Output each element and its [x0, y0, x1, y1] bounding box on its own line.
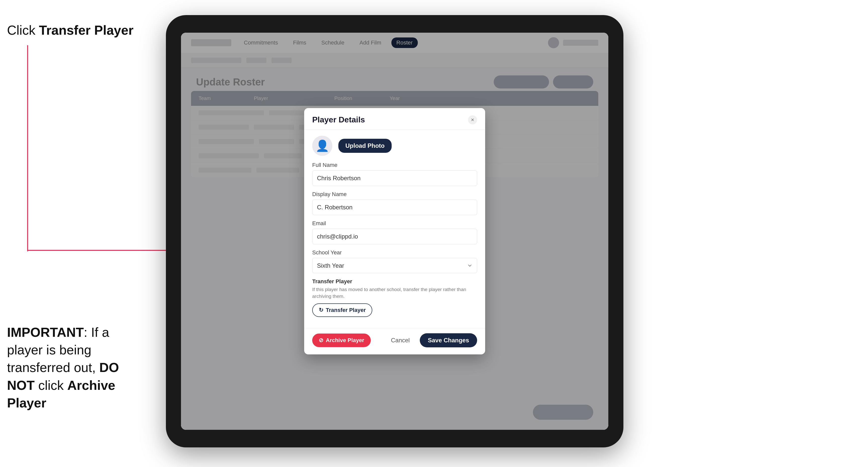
transfer-label: Transfer Player	[312, 278, 477, 285]
school-year-select[interactable]: First Year Second Year Third Year Fourth…	[312, 258, 477, 273]
transfer-section: Transfer Player If this player has moved…	[312, 278, 477, 317]
display-name-input[interactable]	[312, 199, 477, 215]
footer-right: Cancel Save Changes	[386, 333, 477, 347]
transfer-description: If this player has moved to another scho…	[312, 286, 477, 300]
tablet-screen: Commitments Films Schedule Add Film Rost…	[181, 33, 608, 430]
cancel-button[interactable]: Cancel	[386, 333, 415, 347]
instruction-bottom: IMPORTANT: If a player is being transfer…	[7, 323, 148, 412]
archive-player-button[interactable]: ⊘ Archive Player	[312, 334, 371, 347]
display-name-label: Display Name	[312, 191, 477, 197]
school-year-label: School Year	[312, 249, 477, 256]
save-changes-button[interactable]: Save Changes	[420, 333, 477, 347]
modal-close-button[interactable]: ×	[468, 115, 477, 124]
avatar-circle: 👤	[312, 136, 332, 156]
red-line-vertical	[27, 45, 28, 251]
modal-title: Player Details	[312, 115, 365, 124]
full-name-label: Full Name	[312, 162, 477, 168]
modal-footer: ⊘ Archive Player Cancel Save Changes	[304, 328, 485, 354]
upload-photo-button[interactable]: Upload Photo	[338, 139, 392, 153]
email-group: Email	[312, 220, 477, 244]
avatar-icon: 👤	[315, 139, 329, 152]
display-name-group: Display Name	[312, 191, 477, 215]
instruction-top: Click Transfer Player	[7, 23, 133, 38]
modal-body: 👤 Upload Photo Full Name Display Name	[304, 130, 485, 328]
modal-header: Player Details ×	[304, 108, 485, 130]
photo-section: 👤 Upload Photo	[312, 136, 477, 156]
school-year-group: School Year First Year Second Year Third…	[312, 249, 477, 273]
player-details-modal: Player Details × 👤 Upload Photo Full Nam	[304, 108, 485, 354]
full-name-group: Full Name	[312, 162, 477, 186]
archive-icon: ⊘	[319, 337, 323, 344]
email-input[interactable]	[312, 229, 477, 244]
full-name-input[interactable]	[312, 170, 477, 186]
transfer-icon: ↻	[319, 307, 323, 313]
email-label: Email	[312, 220, 477, 227]
tablet-device: Commitments Films Schedule Add Film Rost…	[166, 15, 623, 447]
transfer-player-button[interactable]: ↻ Transfer Player	[312, 303, 372, 317]
modal-overlay: Player Details × 👤 Upload Photo Full Nam	[181, 33, 608, 430]
